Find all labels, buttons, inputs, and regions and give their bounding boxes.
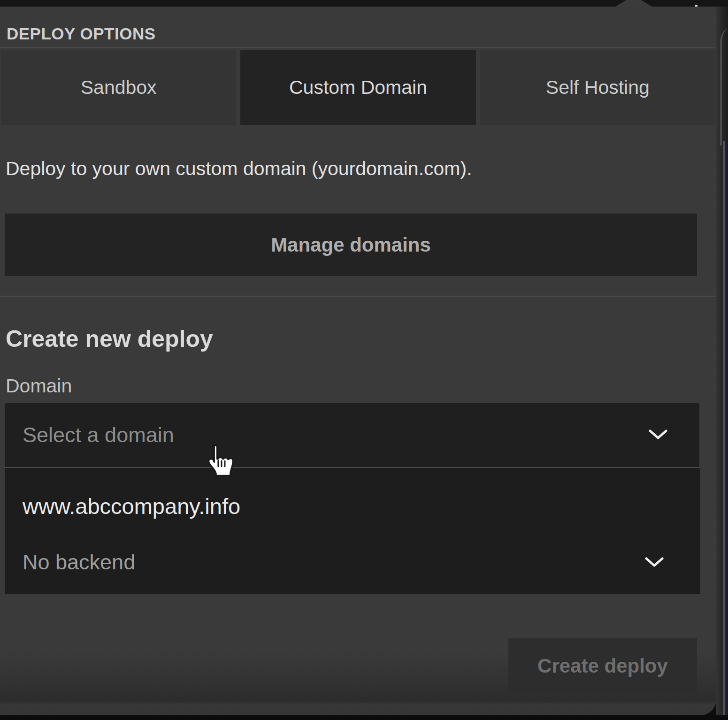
background-rounded-corner [720,28,728,146]
tab-sandbox[interactable]: Sandbox [1,50,236,125]
editor-bottom-strip [0,715,728,720]
domain-dropdown-list: www.abccompany.info No backend [5,468,700,594]
header-divider [0,47,716,48]
section-divider [0,296,716,297]
domain-option[interactable]: www.abccompany.info [23,488,240,525]
domain-select[interactable]: Select a domain [5,403,699,467]
backend-select[interactable]: No backend [5,531,700,594]
backend-select-value: No backend [23,531,135,594]
domain-select-placeholder: Select a domain [23,403,174,467]
create-new-deploy-heading: Create new deploy [6,322,428,356]
create-deploy-button[interactable]: Create deploy [508,638,697,694]
background-accent-edge [723,141,725,720]
tab-self-hosting[interactable]: Self Hosting [480,50,715,125]
deploy-options-popover: DEPLOY OPTIONS Sandbox Custom Domain Sel… [0,0,728,720]
deploy-options-panel: DEPLOY OPTIONS Sandbox Custom Domain Sel… [0,7,716,715]
panel-title: DEPLOY OPTIONS [7,19,476,49]
deploy-tabs: Sandbox Custom Domain Self Hosting [1,50,715,125]
chevron-down-icon[interactable] [645,557,664,568]
chevron-down-icon[interactable] [649,429,667,440]
custom-domain-description: Deploy to your own custom domain (yourdo… [6,156,700,181]
domain-label: Domain [6,373,240,398]
tab-custom-domain[interactable]: Custom Domain [240,50,475,125]
manage-domains-button[interactable]: Manage domains [5,214,697,276]
